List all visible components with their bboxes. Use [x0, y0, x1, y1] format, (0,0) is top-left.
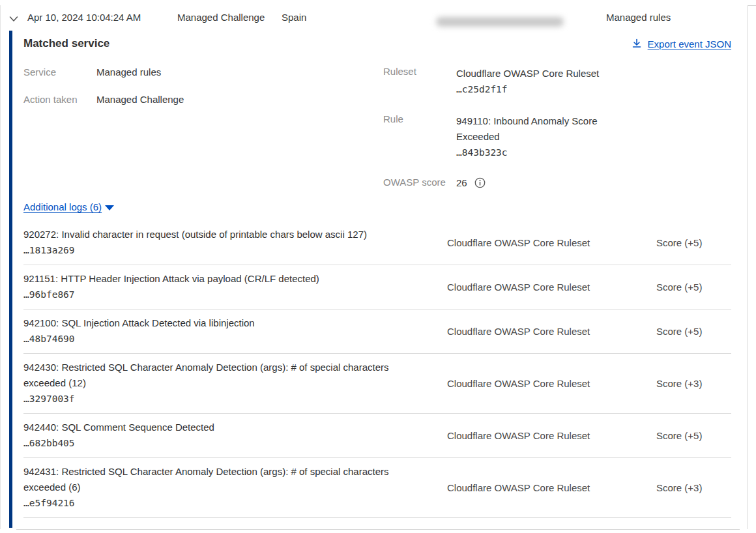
event-detail-panel: Matched service Export event JSON Servic…: [9, 31, 748, 528]
log-row: 942430: Restricted SQL Character Anomaly…: [23, 354, 731, 414]
log-rule-description: 920272: Invalid character in request (ou…: [23, 227, 418, 242]
log-score-value: Score (+3): [656, 482, 702, 493]
log-rule-id: …e5f94216: [23, 495, 418, 511]
event-timestamp: Apr 10, 2024 10:04:24 AM: [27, 12, 141, 23]
event-action: Managed Challenge: [177, 12, 265, 23]
owasp-score-field: OWASP score 26: [383, 177, 731, 188]
service-field: Service Managed rules: [23, 66, 383, 78]
chevron-down-icon[interactable]: [8, 14, 19, 24]
event-summary-row[interactable]: Apr 10, 2024 10:04:24 AM Managed Challen…: [1, 5, 748, 31]
event-service: Managed rules: [606, 12, 671, 23]
log-score-cell: Score (+5): [626, 271, 731, 302]
action-taken-label: Action taken: [23, 93, 96, 106]
rule-label: Rule: [383, 113, 456, 160]
log-rule-id: …1813a269: [23, 242, 418, 258]
detail-header: Matched service Export event JSON: [23, 37, 731, 50]
log-ruleset-cell: Cloudflare OWASP Core Ruleset: [418, 315, 626, 347]
panel-right-border: [748, 5, 748, 529]
log-score-value: Score (+5): [656, 430, 702, 441]
detail-fields-left: Service Managed rules Action taken Manag…: [23, 66, 383, 188]
log-ruleset-cell: Cloudflare OWASP Core Ruleset: [418, 227, 626, 258]
log-score-value: Score (+5): [656, 281, 702, 293]
rule-id: …843b323c: [456, 145, 619, 160]
log-ruleset-cell: Cloudflare OWASP Core Ruleset: [418, 360, 626, 407]
log-ruleset-name: Cloudflare OWASP Core Ruleset: [447, 281, 590, 293]
rule-field: Rule 949110: Inbound Anomaly Score Excee…: [383, 113, 731, 160]
log-row: 921151: HTTP Header Injection Attack via…: [23, 265, 731, 310]
log-row: 942440: SQL Comment Sequence Detected …6…: [23, 414, 731, 458]
ruleset-value: Cloudflare OWASP Core Ruleset: [456, 66, 619, 81]
service-label: Service: [23, 66, 96, 78]
ruleset-label: Ruleset: [383, 66, 456, 97]
additional-logs-list: 920272: Invalid character in request (ou…: [23, 221, 731, 518]
log-score-cell: Score (+5): [626, 420, 731, 451]
detail-fields: Service Managed rules Action taken Manag…: [23, 66, 731, 188]
owasp-score-label: OWASP score: [383, 177, 456, 188]
detail-title: Matched service: [23, 37, 109, 50]
log-ruleset-name: Cloudflare OWASP Core Ruleset: [447, 237, 590, 248]
log-ruleset-cell: Cloudflare OWASP Core Ruleset: [418, 271, 626, 302]
action-taken-field: Action taken Managed Challenge: [23, 93, 383, 106]
export-event-json-link[interactable]: Export event JSON: [632, 38, 731, 50]
rule-value: 949110: Inbound Anomaly Score Exceeded: [456, 113, 619, 145]
log-ruleset-cell: Cloudflare OWASP Core Ruleset: [418, 420, 626, 451]
info-icon[interactable]: [474, 177, 486, 188]
event-country: Spain: [282, 12, 306, 23]
log-ruleset-name: Cloudflare OWASP Core Ruleset: [447, 378, 590, 389]
log-description-cell: 920272: Invalid character in request (ou…: [23, 227, 418, 258]
log-rule-id: …3297003f: [23, 391, 418, 407]
log-row: 942100: SQL Injection Attack Detected vi…: [23, 310, 731, 354]
log-rule-description: 942430: Restricted SQL Character Anomaly…: [23, 360, 418, 391]
log-description-cell: 942100: SQL Injection Attack Detected vi…: [23, 315, 418, 347]
additional-logs-label: Additional logs (6): [23, 201, 102, 212]
ruleset-field: Ruleset Cloudflare OWASP Core Ruleset …c…: [383, 66, 731, 97]
panel-bottom-border: [16, 529, 740, 530]
additional-logs-toggle[interactable]: Additional logs (6): [23, 201, 114, 212]
log-score-cell: Score (+3): [626, 464, 731, 511]
detail-fields-right: Ruleset Cloudflare OWASP Core Ruleset …c…: [383, 66, 731, 188]
log-rule-id: …96bfe867: [23, 287, 418, 302]
log-score-value: Score (+5): [656, 326, 702, 337]
log-ruleset-name: Cloudflare OWASP Core Ruleset: [447, 430, 590, 441]
panel-left-border: [0, 5, 1, 529]
export-link-label: Export event JSON: [648, 38, 731, 50]
log-rule-description: 942100: SQL Injection Attack Detected vi…: [23, 315, 418, 331]
log-score-cell: Score (+3): [626, 360, 731, 407]
log-rule-id: …48b74690: [23, 331, 418, 347]
log-score-value: Score (+3): [656, 378, 702, 389]
security-event-panel: Apr 10, 2024 10:04:24 AM Managed Challen…: [0, 0, 756, 533]
caret-down-icon: [105, 205, 114, 210]
action-taken-value: Managed Challenge: [96, 93, 184, 106]
log-row: 942431: Restricted SQL Character Anomaly…: [23, 458, 731, 518]
log-rule-description: 942431: Restricted SQL Character Anomaly…: [23, 464, 418, 495]
download-icon: [632, 38, 642, 49]
log-description-cell: 942430: Restricted SQL Character Anomaly…: [23, 360, 418, 407]
ruleset-id: …c25d2f1f: [456, 81, 619, 97]
log-rule-description: 921151: HTTP Header Injection Attack via…: [23, 271, 418, 287]
redacted-hostname: [436, 17, 564, 27]
log-score-value: Score (+5): [656, 237, 702, 248]
log-description-cell: 942431: Restricted SQL Character Anomaly…: [23, 464, 418, 511]
log-rule-id: …682bb405: [23, 435, 418, 451]
log-description-cell: 921151: HTTP Header Injection Attack via…: [23, 271, 418, 302]
log-ruleset-name: Cloudflare OWASP Core Ruleset: [447, 482, 590, 493]
log-ruleset-name: Cloudflare OWASP Core Ruleset: [447, 326, 590, 337]
log-ruleset-cell: Cloudflare OWASP Core Ruleset: [418, 464, 626, 511]
log-score-cell: Score (+5): [626, 227, 731, 258]
service-value: Managed rules: [96, 66, 161, 78]
log-description-cell: 942440: SQL Comment Sequence Detected …6…: [23, 420, 418, 451]
log-rule-description: 942440: SQL Comment Sequence Detected: [23, 420, 418, 435]
log-row: 920272: Invalid character in request (ou…: [23, 221, 731, 265]
log-score-cell: Score (+5): [626, 315, 731, 347]
owasp-score-value: 26: [456, 177, 467, 188]
